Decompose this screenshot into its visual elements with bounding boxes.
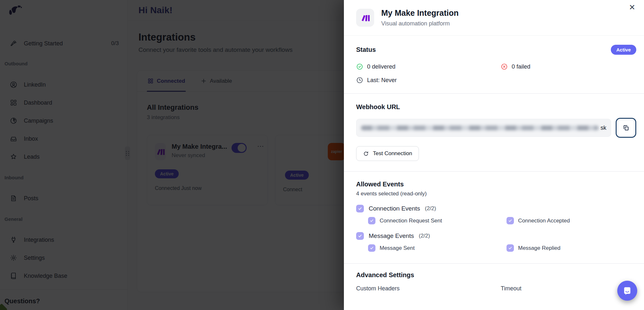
redacted-url-text: [361, 126, 599, 130]
custom-headers-label: Custom Headers: [356, 285, 501, 292]
checkbox-message-events[interactable]: [356, 232, 364, 240]
event-group-label: Message Events: [369, 232, 414, 240]
copy-button[interactable]: [616, 118, 636, 138]
url-visible-suffix: sk: [601, 125, 606, 131]
event-item: Message Sent: [368, 244, 507, 252]
event-item-label: Message Sent: [380, 245, 415, 251]
checkbox-connection-events[interactable]: [356, 205, 364, 212]
delivered-stat: 0 delivered: [356, 63, 501, 70]
status-section: Status Active 0 delivered 0 failed: [344, 36, 644, 93]
integration-detail-panel: My Make Integration Visual automation pl…: [344, 0, 644, 310]
failed-stat: 0 failed: [501, 63, 636, 70]
chat-icon: [622, 286, 632, 296]
x-circle-icon: [501, 63, 508, 70]
test-connection-button[interactable]: Test Connection: [356, 146, 419, 161]
event-item-label: Connection Request Sent: [380, 218, 442, 224]
webhook-url-input[interactable]: sk: [356, 119, 611, 137]
event-item-label: Message Replied: [518, 245, 560, 251]
chat-launcher-button[interactable]: [617, 281, 637, 301]
make-logo-icon: [356, 9, 374, 27]
timeout-label: Timeout: [501, 285, 636, 292]
status-heading: Status: [356, 46, 376, 53]
checkbox-connection-accepted[interactable]: [507, 217, 514, 224]
clock-icon: [356, 77, 363, 84]
delivered-text: 0 delivered: [367, 63, 395, 70]
event-group-count: (2/2): [419, 233, 430, 239]
event-item: Connection Accepted: [507, 217, 636, 224]
advanced-heading: Advanced Settings: [356, 271, 636, 279]
check-circle-icon: [356, 63, 363, 70]
checkbox-connection-request-sent[interactable]: [368, 217, 375, 224]
event-group-label: Connection Events: [369, 205, 420, 212]
events-subtitle: 4 events selected (read-only): [356, 191, 636, 197]
event-group-count: (2/2): [425, 205, 436, 212]
advanced-settings-section: Advanced Settings Custom Headers Timeout: [344, 264, 644, 292]
close-icon[interactable]: ✕: [627, 3, 637, 12]
event-item-label: Connection Accepted: [518, 218, 570, 224]
active-badge: Active: [611, 45, 636, 55]
allowed-events-section: Allowed Events 4 events selected (read-o…: [344, 172, 644, 263]
last-sync-text: Last: Never: [367, 77, 397, 84]
checkbox-message-replied[interactable]: [507, 244, 514, 252]
last-sync-stat: Last: Never: [356, 77, 501, 84]
webhook-heading: Webhook URL: [356, 103, 636, 111]
checkbox-message-sent[interactable]: [368, 244, 375, 252]
test-connection-label: Test Connection: [373, 150, 412, 157]
panel-title: My Make Integration: [381, 8, 459, 18]
events-heading: Allowed Events: [356, 181, 636, 188]
failed-text: 0 failed: [512, 63, 530, 70]
panel-subtitle: Visual automation platform: [381, 20, 459, 27]
refresh-icon: [363, 151, 369, 157]
event-item: Connection Request Sent: [368, 217, 507, 224]
event-item: Message Replied: [507, 244, 636, 252]
webhook-section: Webhook URL sk Test Connection: [344, 94, 644, 171]
